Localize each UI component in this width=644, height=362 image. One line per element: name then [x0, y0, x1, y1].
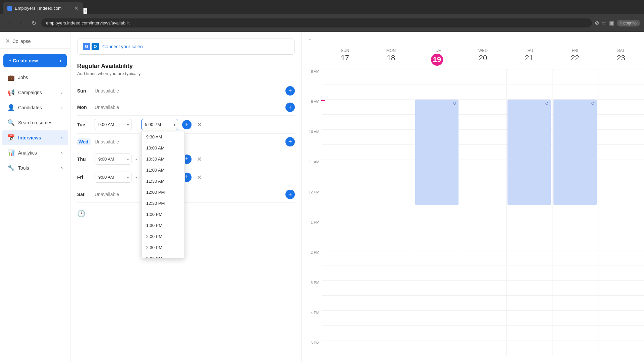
tue-add-button[interactable]: +	[182, 120, 192, 129]
cal-cell-day0-row6	[322, 160, 368, 175]
dropdown-item-300pm[interactable]: 3:00 PM	[142, 253, 184, 258]
tue-start-select[interactable]: 9:00 AM	[95, 119, 131, 130]
mon-label: Mon	[77, 105, 91, 110]
sidebar-item-search-resumes[interactable]: 🔍 Search resumes	[2, 115, 68, 130]
collapse-button[interactable]: ✕ Collapse	[5, 38, 31, 44]
clock-icon: 🕐	[77, 203, 295, 221]
cal-cell-day2-row13	[414, 265, 460, 281]
calendar-header: SUN 17 MON 18 TUE 19 WED 20 THU 21	[302, 45, 644, 69]
sidebar-item-tools[interactable]: 🔧 Tools ›	[2, 161, 68, 175]
header-wed: WED 20	[460, 45, 506, 69]
cal-cell-day5-row13	[552, 265, 598, 281]
thu-remove-button[interactable]: ✕	[196, 155, 204, 163]
calendar-event-day5: ↺	[553, 100, 597, 205]
cal-cell-day2-row9	[414, 205, 460, 220]
dropdown-item-230pm[interactable]: 2:30 PM	[142, 242, 184, 253]
time-label-18: 5 PM	[302, 341, 322, 356]
create-new-button[interactable]: + Create new ›	[3, 54, 67, 67]
tools-icon: 🔧	[7, 164, 15, 172]
active-tab[interactable]: Employers | Indeed.com ✕	[3, 2, 83, 14]
cal-cell-day2-row14	[414, 281, 460, 296]
time-label-8: 12 PM	[302, 190, 322, 205]
cal-cell-day0-row18	[322, 341, 368, 356]
dropdown-item-1130am[interactable]: 11:30 AM	[142, 176, 184, 187]
bookmark-icon[interactable]: ☆	[602, 20, 606, 26]
day-row-mon: Mon Unavailable +	[77, 99, 295, 116]
event-refresh-icon: ↺	[545, 101, 549, 106]
dropdown-item-130pm[interactable]: 1:30 PM	[142, 220, 184, 231]
cal-cell-day4-row10	[506, 220, 552, 235]
dropdown-item-200pm[interactable]: 2:00 PM	[142, 231, 184, 242]
dropdown-item-1200pm[interactable]: 12:00 PM	[142, 187, 184, 198]
tue-remove-button[interactable]: ✕	[196, 121, 204, 129]
sun-label: Sun	[77, 88, 91, 94]
day-row-thu: Thu 9:00 AM ▾ - 5:00 PM ▾ +	[77, 150, 295, 168]
main-content: G O Connect your calen Regular Availabil…	[70, 32, 644, 362]
thu-day-label: THU	[525, 48, 533, 53]
extensions-icon[interactable]: ▣	[609, 20, 614, 26]
cal-cell-day6-row5	[598, 145, 644, 160]
jobs-icon: 💼	[7, 74, 15, 81]
cal-cell-day1-row9	[368, 205, 414, 220]
dropdown-item-1030am[interactable]: 10:30 AM	[142, 154, 184, 165]
dropdown-item-1230pm[interactable]: 12:30 PM	[142, 198, 184, 209]
url-bar[interactable]	[41, 18, 592, 27]
tab-favicon	[7, 6, 12, 11]
section-desc: Add times when you are typically	[77, 71, 295, 76]
fri-day-label: FRI	[572, 48, 578, 53]
cal-cell-day0-row4	[322, 130, 368, 145]
thu-dash: -	[136, 157, 137, 162]
thu-start-select[interactable]: 9:00 AM	[95, 154, 131, 165]
forward-button[interactable]: →	[17, 18, 27, 28]
back-button[interactable]: ←	[4, 18, 14, 28]
fri-start-select[interactable]: 9:00 AM	[95, 172, 131, 183]
time-dropdown[interactable]: 9:30 AM 10:00 AM 10:30 AM 11:00 AM 11:30…	[141, 131, 185, 258]
connect-calendar-button[interactable]: G O Connect your calen	[77, 39, 295, 55]
cal-cell-day6-row7	[598, 175, 644, 190]
fri-remove-button[interactable]: ✕	[196, 173, 204, 181]
current-time-marker	[321, 100, 325, 101]
calendar-panel: ↑ SUN 17 MON 18 TUE 19 WED 20	[302, 32, 644, 362]
cal-cell-day6-row15	[598, 296, 644, 311]
sidebar-item-jobs[interactable]: 💼 Jobs	[2, 70, 68, 85]
cal-cell-day3-row7	[460, 175, 506, 190]
cal-cell-day1-row3	[368, 115, 414, 130]
day-row-tue: Tue 9:00 AM ▾ - 5:00 PM ▾	[77, 116, 295, 134]
cal-cell-day1-row15	[368, 296, 414, 311]
header-mon: MON 18	[368, 45, 414, 69]
cal-cell-day6-row12	[598, 250, 644, 265]
tue-end-select[interactable]: 5:00 PM	[141, 119, 178, 130]
cal-cell-day2-row18	[414, 341, 460, 356]
sat-add-button[interactable]: +	[285, 190, 295, 199]
cal-cell-day3-row11	[460, 235, 506, 250]
header-fri: FRI 22	[552, 45, 598, 69]
dropdown-item-930am[interactable]: 9:30 AM	[142, 131, 184, 142]
sidebar-item-campaigns[interactable]: 📢 Campaigns ›	[2, 85, 68, 100]
interviews-label: Interviews	[18, 135, 41, 140]
sidebar-item-analytics[interactable]: 📊 Analytics ›	[2, 145, 68, 160]
calendar-down-arrow[interactable]: ↓	[302, 356, 644, 362]
tab-close-button[interactable]: ✕	[74, 5, 78, 11]
calendar-up-arrow[interactable]: ↑	[302, 32, 644, 45]
sidebar-item-interviews[interactable]: 📅 Interviews ›	[2, 130, 68, 145]
cal-cell-day5-row14	[552, 281, 598, 296]
mon-add-button[interactable]: +	[285, 103, 295, 112]
wed-add-button[interactable]: +	[285, 137, 295, 146]
tools-label: Tools	[18, 165, 29, 171]
cal-cell-day6-row0	[598, 69, 644, 84]
cal-cell-day5-row12	[552, 250, 598, 265]
sun-add-button[interactable]: +	[285, 86, 295, 96]
cal-cell-day6-row16	[598, 311, 644, 326]
refresh-button[interactable]: ↻	[30, 18, 39, 28]
cal-cell-day0-row7	[322, 175, 368, 190]
cal-cell-day3-row15	[460, 296, 506, 311]
cal-cell-day0-row5	[322, 145, 368, 160]
dropdown-item-1100am[interactable]: 11:00 AM	[142, 165, 184, 176]
sidebar-item-candidates[interactable]: 👤 Candidates ›	[2, 100, 68, 115]
new-tab-button[interactable]: +	[83, 8, 87, 14]
cal-cell-day6-row1	[598, 84, 644, 100]
dropdown-item-1000am[interactable]: 10:00 AM	[142, 142, 184, 154]
cal-cell-day6-row14	[598, 281, 644, 296]
dropdown-item-100pm[interactable]: 1:00 PM	[142, 209, 184, 220]
browser-toolbar: ← → ↻ ⊘ ☆ ▣ Incognito	[0, 14, 644, 32]
